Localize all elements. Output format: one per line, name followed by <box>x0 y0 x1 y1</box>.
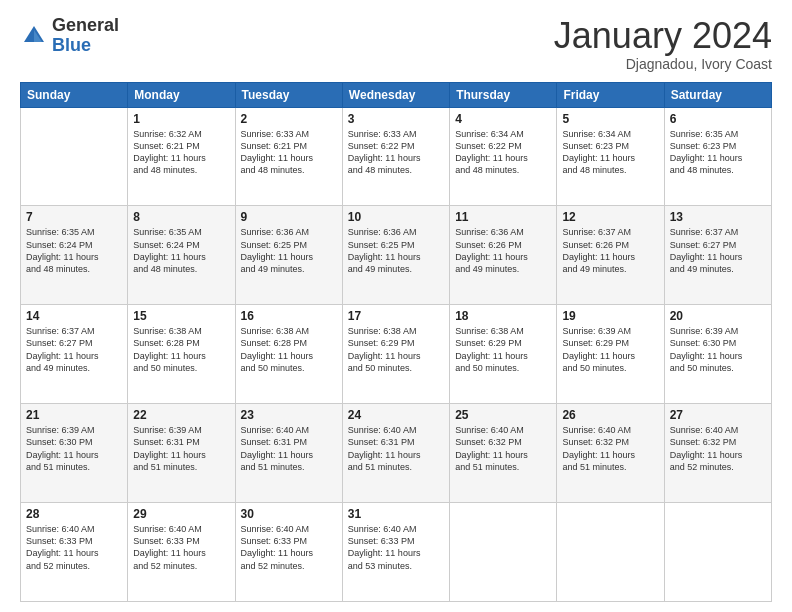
logo: General Blue <box>20 16 119 56</box>
day-info: Sunrise: 6:33 AM Sunset: 6:22 PM Dayligh… <box>348 128 444 177</box>
table-row: 13Sunrise: 6:37 AM Sunset: 6:27 PM Dayli… <box>664 206 771 305</box>
day-info: Sunrise: 6:40 AM Sunset: 6:33 PM Dayligh… <box>241 523 337 572</box>
day-info: Sunrise: 6:33 AM Sunset: 6:21 PM Dayligh… <box>241 128 337 177</box>
day-number: 31 <box>348 507 444 521</box>
table-row: 1Sunrise: 6:32 AM Sunset: 6:21 PM Daylig… <box>128 107 235 206</box>
table-row: 10Sunrise: 6:36 AM Sunset: 6:25 PM Dayli… <box>342 206 449 305</box>
day-number: 28 <box>26 507 122 521</box>
table-row: 25Sunrise: 6:40 AM Sunset: 6:32 PM Dayli… <box>450 404 557 503</box>
table-row: 3Sunrise: 6:33 AM Sunset: 6:22 PM Daylig… <box>342 107 449 206</box>
day-number: 2 <box>241 112 337 126</box>
day-number: 21 <box>26 408 122 422</box>
day-info: Sunrise: 6:37 AM Sunset: 6:27 PM Dayligh… <box>26 325 122 374</box>
table-row: 18Sunrise: 6:38 AM Sunset: 6:29 PM Dayli… <box>450 305 557 404</box>
col-thursday: Thursday <box>450 82 557 107</box>
day-info: Sunrise: 6:40 AM Sunset: 6:33 PM Dayligh… <box>26 523 122 572</box>
day-number: 5 <box>562 112 658 126</box>
day-number: 4 <box>455 112 551 126</box>
day-number: 10 <box>348 210 444 224</box>
table-row: 14Sunrise: 6:37 AM Sunset: 6:27 PM Dayli… <box>21 305 128 404</box>
logo-text: General Blue <box>52 16 119 56</box>
day-info: Sunrise: 6:39 AM Sunset: 6:29 PM Dayligh… <box>562 325 658 374</box>
day-number: 16 <box>241 309 337 323</box>
table-row: 23Sunrise: 6:40 AM Sunset: 6:31 PM Dayli… <box>235 404 342 503</box>
day-info: Sunrise: 6:35 AM Sunset: 6:23 PM Dayligh… <box>670 128 766 177</box>
logo-blue-text: Blue <box>52 36 119 56</box>
day-number: 19 <box>562 309 658 323</box>
calendar-week-row: 21Sunrise: 6:39 AM Sunset: 6:30 PM Dayli… <box>21 404 772 503</box>
day-info: Sunrise: 6:38 AM Sunset: 6:28 PM Dayligh… <box>241 325 337 374</box>
header: General Blue January 2024 Djagnadou, Ivo… <box>20 16 772 72</box>
table-row: 2Sunrise: 6:33 AM Sunset: 6:21 PM Daylig… <box>235 107 342 206</box>
day-info: Sunrise: 6:40 AM Sunset: 6:31 PM Dayligh… <box>241 424 337 473</box>
table-row: 11Sunrise: 6:36 AM Sunset: 6:26 PM Dayli… <box>450 206 557 305</box>
table-row: 28Sunrise: 6:40 AM Sunset: 6:33 PM Dayli… <box>21 503 128 602</box>
day-info: Sunrise: 6:40 AM Sunset: 6:31 PM Dayligh… <box>348 424 444 473</box>
table-row: 24Sunrise: 6:40 AM Sunset: 6:31 PM Dayli… <box>342 404 449 503</box>
day-number: 24 <box>348 408 444 422</box>
table-row: 19Sunrise: 6:39 AM Sunset: 6:29 PM Dayli… <box>557 305 664 404</box>
day-number: 27 <box>670 408 766 422</box>
table-row: 31Sunrise: 6:40 AM Sunset: 6:33 PM Dayli… <box>342 503 449 602</box>
day-info: Sunrise: 6:34 AM Sunset: 6:23 PM Dayligh… <box>562 128 658 177</box>
day-info: Sunrise: 6:37 AM Sunset: 6:27 PM Dayligh… <box>670 226 766 275</box>
day-info: Sunrise: 6:38 AM Sunset: 6:29 PM Dayligh… <box>455 325 551 374</box>
table-row: 22Sunrise: 6:39 AM Sunset: 6:31 PM Dayli… <box>128 404 235 503</box>
page: General Blue January 2024 Djagnadou, Ivo… <box>0 0 792 612</box>
table-row: 7Sunrise: 6:35 AM Sunset: 6:24 PM Daylig… <box>21 206 128 305</box>
day-number: 9 <box>241 210 337 224</box>
day-number: 22 <box>133 408 229 422</box>
col-wednesday: Wednesday <box>342 82 449 107</box>
day-number: 26 <box>562 408 658 422</box>
month-title: January 2024 <box>554 16 772 56</box>
table-row: 4Sunrise: 6:34 AM Sunset: 6:22 PM Daylig… <box>450 107 557 206</box>
table-row <box>450 503 557 602</box>
calendar-week-row: 7Sunrise: 6:35 AM Sunset: 6:24 PM Daylig… <box>21 206 772 305</box>
day-number: 1 <box>133 112 229 126</box>
day-info: Sunrise: 6:39 AM Sunset: 6:30 PM Dayligh… <box>26 424 122 473</box>
logo-general-text: General <box>52 16 119 36</box>
table-row: 6Sunrise: 6:35 AM Sunset: 6:23 PM Daylig… <box>664 107 771 206</box>
day-number: 11 <box>455 210 551 224</box>
day-number: 18 <box>455 309 551 323</box>
day-info: Sunrise: 6:37 AM Sunset: 6:26 PM Dayligh… <box>562 226 658 275</box>
day-number: 20 <box>670 309 766 323</box>
day-info: Sunrise: 6:36 AM Sunset: 6:25 PM Dayligh… <box>348 226 444 275</box>
col-tuesday: Tuesday <box>235 82 342 107</box>
day-info: Sunrise: 6:32 AM Sunset: 6:21 PM Dayligh… <box>133 128 229 177</box>
day-number: 17 <box>348 309 444 323</box>
calendar-header-row: Sunday Monday Tuesday Wednesday Thursday… <box>21 82 772 107</box>
day-number: 8 <box>133 210 229 224</box>
day-info: Sunrise: 6:35 AM Sunset: 6:24 PM Dayligh… <box>26 226 122 275</box>
day-number: 30 <box>241 507 337 521</box>
day-number: 29 <box>133 507 229 521</box>
calendar-week-row: 14Sunrise: 6:37 AM Sunset: 6:27 PM Dayli… <box>21 305 772 404</box>
table-row: 9Sunrise: 6:36 AM Sunset: 6:25 PM Daylig… <box>235 206 342 305</box>
day-number: 23 <box>241 408 337 422</box>
table-row <box>21 107 128 206</box>
col-sunday: Sunday <box>21 82 128 107</box>
day-info: Sunrise: 6:39 AM Sunset: 6:31 PM Dayligh… <box>133 424 229 473</box>
day-number: 6 <box>670 112 766 126</box>
day-info: Sunrise: 6:40 AM Sunset: 6:32 PM Dayligh… <box>455 424 551 473</box>
table-row: 27Sunrise: 6:40 AM Sunset: 6:32 PM Dayli… <box>664 404 771 503</box>
day-info: Sunrise: 6:40 AM Sunset: 6:32 PM Dayligh… <box>562 424 658 473</box>
day-info: Sunrise: 6:36 AM Sunset: 6:26 PM Dayligh… <box>455 226 551 275</box>
day-number: 13 <box>670 210 766 224</box>
table-row: 26Sunrise: 6:40 AM Sunset: 6:32 PM Dayli… <box>557 404 664 503</box>
day-number: 3 <box>348 112 444 126</box>
table-row: 21Sunrise: 6:39 AM Sunset: 6:30 PM Dayli… <box>21 404 128 503</box>
day-info: Sunrise: 6:36 AM Sunset: 6:25 PM Dayligh… <box>241 226 337 275</box>
day-info: Sunrise: 6:40 AM Sunset: 6:33 PM Dayligh… <box>133 523 229 572</box>
day-number: 25 <box>455 408 551 422</box>
day-number: 12 <box>562 210 658 224</box>
calendar-week-row: 1Sunrise: 6:32 AM Sunset: 6:21 PM Daylig… <box>21 107 772 206</box>
day-number: 7 <box>26 210 122 224</box>
day-info: Sunrise: 6:39 AM Sunset: 6:30 PM Dayligh… <box>670 325 766 374</box>
day-number: 14 <box>26 309 122 323</box>
day-info: Sunrise: 6:38 AM Sunset: 6:29 PM Dayligh… <box>348 325 444 374</box>
table-row: 5Sunrise: 6:34 AM Sunset: 6:23 PM Daylig… <box>557 107 664 206</box>
day-info: Sunrise: 6:34 AM Sunset: 6:22 PM Dayligh… <box>455 128 551 177</box>
calendar-week-row: 28Sunrise: 6:40 AM Sunset: 6:33 PM Dayli… <box>21 503 772 602</box>
table-row: 8Sunrise: 6:35 AM Sunset: 6:24 PM Daylig… <box>128 206 235 305</box>
